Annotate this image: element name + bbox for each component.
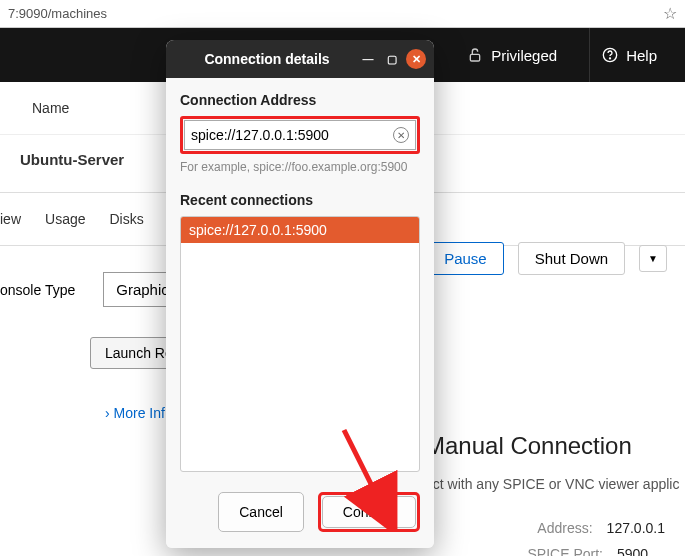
- address-input-highlight: ✕: [180, 116, 420, 154]
- cancel-button[interactable]: Cancel: [218, 492, 304, 532]
- url-text: 7:9090/machines: [8, 6, 107, 21]
- connect-button[interactable]: Connect: [322, 496, 416, 528]
- tab-usage[interactable]: Usage: [45, 211, 85, 227]
- vm-actions: Pause Shut Down ▼: [427, 242, 667, 275]
- recent-connections-label: Recent connections: [180, 192, 420, 208]
- minimize-icon[interactable]: —: [358, 49, 378, 69]
- maximize-icon[interactable]: ▢: [382, 49, 402, 69]
- recent-connections-list: spice://127.0.0.1:5900: [180, 216, 420, 472]
- dialog-title: Connection details: [180, 51, 354, 67]
- spice-port-value: 5900: [617, 546, 665, 556]
- unlock-icon: [467, 47, 483, 63]
- help-menu[interactable]: Help: [589, 28, 669, 82]
- connect-button-highlight: Connect: [318, 492, 420, 532]
- address-input-wrapper: ✕: [184, 120, 416, 150]
- privileged-label: Privileged: [491, 47, 557, 64]
- clear-input-icon[interactable]: ✕: [393, 127, 409, 143]
- connection-details-dialog: Connection details — ▢ ✕ Connection Addr…: [166, 40, 434, 548]
- tab-overview[interactable]: iew: [0, 211, 21, 227]
- address-value: 127.0.0.1: [607, 520, 665, 536]
- dialog-footer: Cancel Connect: [166, 480, 434, 548]
- manual-connection-panel: Manual Connection ect with any SPICE or …: [425, 432, 685, 556]
- dialog-titlebar[interactable]: Connection details — ▢ ✕: [166, 40, 434, 78]
- manual-connection-title: Manual Connection: [425, 432, 685, 460]
- chevron-down-icon: ▼: [648, 253, 658, 264]
- connection-address-label: Connection Address: [180, 92, 420, 108]
- svg-rect-0: [471, 54, 480, 61]
- svg-point-2: [610, 58, 611, 59]
- shutdown-menu-toggle[interactable]: ▼: [639, 245, 667, 272]
- manual-connection-subtitle: ect with any SPICE or VNC viewer applic: [425, 476, 685, 492]
- dialog-body: Connection Address ✕ For example, spice:…: [166, 78, 434, 480]
- tab-disks[interactable]: Disks: [109, 211, 143, 227]
- privileged-indicator[interactable]: Privileged: [455, 28, 569, 82]
- recent-connection-item[interactable]: spice://127.0.0.1:5900: [181, 217, 419, 243]
- address-example-text: For example, spice://foo.example.org:590…: [180, 160, 420, 174]
- bookmark-star-icon[interactable]: ☆: [663, 4, 677, 23]
- spice-port-label: SPICE Port:: [528, 546, 603, 556]
- pause-button[interactable]: Pause: [427, 242, 504, 275]
- shutdown-label: Shut Down: [535, 250, 608, 267]
- help-icon: [602, 47, 618, 63]
- close-icon[interactable]: ✕: [406, 49, 426, 69]
- shutdown-button[interactable]: Shut Down: [518, 242, 625, 275]
- help-label: Help: [626, 47, 657, 64]
- browser-url-bar[interactable]: 7:9090/machines ☆: [0, 0, 685, 28]
- console-type-label: onsole Type: [0, 282, 75, 298]
- connection-address-input[interactable]: [191, 127, 393, 143]
- address-label: Address:: [537, 520, 592, 536]
- vm-name: Ubuntu-Server: [20, 151, 124, 168]
